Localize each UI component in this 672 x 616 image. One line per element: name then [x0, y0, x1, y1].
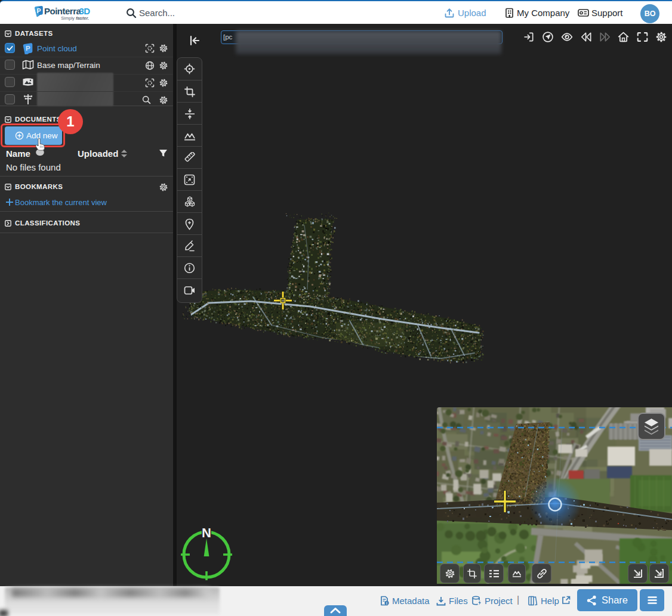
- svg-text:3D: 3D: [79, 6, 91, 16]
- svg-text:Simply faster.: Simply faster.: [61, 16, 89, 21]
- svg-text:i: i: [386, 601, 387, 605]
- svg-text:Pointerra: Pointerra: [44, 6, 82, 16]
- svg-text:P: P: [26, 45, 30, 52]
- svg-text:N: N: [202, 525, 211, 540]
- svg-text:P: P: [36, 7, 41, 14]
